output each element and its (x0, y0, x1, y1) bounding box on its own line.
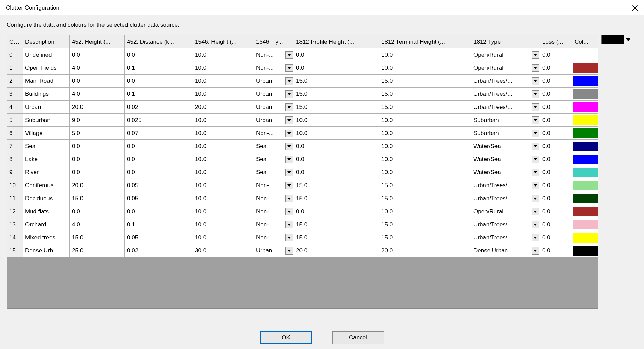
dropdown-button[interactable] (285, 143, 293, 150)
cell-t1546[interactable]: Non-... (254, 61, 294, 75)
cell-h1546[interactable]: 10.0 (193, 114, 254, 127)
cell-d452[interactable]: 0.05 (125, 231, 193, 244)
cell-loss[interactable]: 0.0 (540, 218, 572, 231)
cell-t1546[interactable]: Non-... (254, 218, 294, 231)
cell-t1812[interactable]: Water/Sea (471, 153, 540, 166)
dropdown-button[interactable] (532, 64, 539, 72)
cell-ph1812[interactable]: 0.0 (294, 166, 379, 179)
cell-desc[interactable]: River (23, 166, 70, 179)
cell-d452[interactable]: 0.1 (125, 88, 193, 101)
dropdown-button[interactable] (285, 90, 293, 98)
cell-ph1812[interactable]: 15.0 (294, 88, 379, 101)
cell-t1812[interactable]: Open/Rural (471, 48, 540, 61)
close-button[interactable] (631, 3, 640, 12)
cell-ph1812[interactable]: 15.0 (294, 231, 379, 244)
cell-h1546[interactable]: 20.0 (193, 101, 254, 114)
dropdown-button[interactable] (532, 116, 539, 124)
cell-t1812[interactable]: Urban/Trees/... (471, 101, 540, 114)
dropdown-button[interactable] (285, 182, 293, 189)
cell-t1546[interactable]: Non-... (254, 127, 294, 140)
cell-loss[interactable]: 0.0 (540, 205, 572, 218)
cell-t1812[interactable]: Urban/Trees/... (471, 75, 540, 88)
cell-t1812[interactable]: Urban/Trees/... (471, 192, 540, 205)
dropdown-button[interactable] (285, 77, 293, 85)
cell-loss[interactable]: 0.0 (540, 88, 572, 101)
cell-t1546[interactable]: Urban (254, 114, 294, 127)
cell-h452[interactable]: 0.0 (70, 75, 125, 88)
color-picker[interactable] (601, 35, 630, 44)
cell-ph1812[interactable]: 15.0 (294, 192, 379, 205)
cell-color[interactable] (572, 140, 598, 153)
cell-color[interactable] (572, 166, 598, 179)
dropdown-button[interactable] (285, 64, 293, 72)
cell-d452[interactable]: 0.0 (125, 205, 193, 218)
dropdown-button[interactable] (532, 156, 539, 163)
cell-ph1812[interactable]: 0.0 (294, 205, 379, 218)
cell-th1812[interactable]: 10.0 (379, 153, 471, 166)
cell-color[interactable] (572, 218, 598, 231)
cell-h1546[interactable]: 10.0 (193, 205, 254, 218)
cell-h1546[interactable]: 10.0 (193, 48, 254, 61)
dropdown-button[interactable] (532, 130, 539, 137)
cell-color[interactable] (572, 231, 598, 244)
cell-loss[interactable]: 0.0 (540, 127, 572, 140)
cell-th1812[interactable]: 15.0 (379, 179, 471, 192)
cell-t1546[interactable]: Non-... (254, 48, 294, 61)
column-header[interactable]: 1546. Height (... (193, 35, 254, 48)
cell-t1812[interactable]: Urban/Trees/... (471, 218, 540, 231)
cell-h452[interactable]: 25.0 (70, 244, 125, 257)
cell-th1812[interactable]: 10.0 (379, 48, 471, 61)
cell-color[interactable] (572, 127, 598, 140)
cell-desc[interactable]: Lake (23, 153, 70, 166)
cell-h1546[interactable]: 10.0 (193, 61, 254, 75)
cell-t1546[interactable]: Sea (254, 140, 294, 153)
cell-h1546[interactable]: 10.0 (193, 88, 254, 101)
cell-ph1812[interactable]: 15.0 (294, 101, 379, 114)
column-header[interactable]: 452. Height (... (70, 35, 125, 48)
cell-d452[interactable]: 0.1 (125, 61, 193, 75)
cell-d452[interactable]: 0.0 (125, 166, 193, 179)
cell-h1546[interactable]: 10.0 (193, 192, 254, 205)
cell-h1546[interactable]: 10.0 (193, 166, 254, 179)
cell-ph1812[interactable]: 0.0 (294, 61, 379, 75)
cell-t1812[interactable]: Open/Rural (471, 61, 540, 75)
cell-desc[interactable]: Deciduous (23, 192, 70, 205)
dropdown-button[interactable] (532, 169, 539, 176)
cell-h452[interactable]: 20.0 (70, 179, 125, 192)
cell-d452[interactable]: 0.0 (125, 153, 193, 166)
cell-desc[interactable]: Dense Urb... (23, 244, 70, 257)
dropdown-button[interactable] (532, 90, 539, 98)
cell-ph1812[interactable]: 0.0 (294, 140, 379, 153)
dropdown-button[interactable] (532, 51, 539, 59)
cell-loss[interactable]: 0.0 (540, 179, 572, 192)
color-swatch[interactable] (573, 115, 598, 125)
cell-h1546[interactable]: 10.0 (193, 179, 254, 192)
cell-code[interactable]: 14 (7, 231, 23, 244)
color-swatch[interactable] (573, 168, 598, 177)
column-header[interactable]: 1812 Type (471, 35, 540, 48)
cell-h452[interactable]: 4.0 (70, 218, 125, 231)
cell-th1812[interactable]: 10.0 (379, 61, 471, 75)
cell-ph1812[interactable]: 10.0 (294, 127, 379, 140)
cell-th1812[interactable]: 10.0 (379, 127, 471, 140)
cell-color[interactable] (572, 61, 598, 75)
dropdown-button[interactable] (285, 169, 293, 176)
cell-t1812[interactable]: Water/Sea (471, 166, 540, 179)
color-swatch[interactable] (573, 207, 598, 216)
dropdown-button[interactable] (285, 130, 293, 137)
cell-h1546[interactable]: 10.0 (193, 127, 254, 140)
dropdown-button[interactable] (285, 234, 293, 241)
color-swatch[interactable] (573, 181, 598, 190)
cell-color[interactable] (572, 153, 598, 166)
cell-desc[interactable]: Buildings (23, 88, 70, 101)
cell-t1546[interactable]: Urban (254, 75, 294, 88)
cell-code[interactable]: 12 (7, 205, 23, 218)
cell-loss[interactable]: 0.0 (540, 244, 572, 257)
cell-th1812[interactable]: 15.0 (379, 231, 471, 244)
cell-d452[interactable]: 0.025 (125, 114, 193, 127)
cell-t1546[interactable]: Non-... (254, 179, 294, 192)
cell-color[interactable] (572, 192, 598, 205)
cell-loss[interactable]: 0.0 (540, 153, 572, 166)
color-swatch[interactable] (573, 63, 598, 73)
cell-desc[interactable]: Main Road (23, 75, 70, 88)
